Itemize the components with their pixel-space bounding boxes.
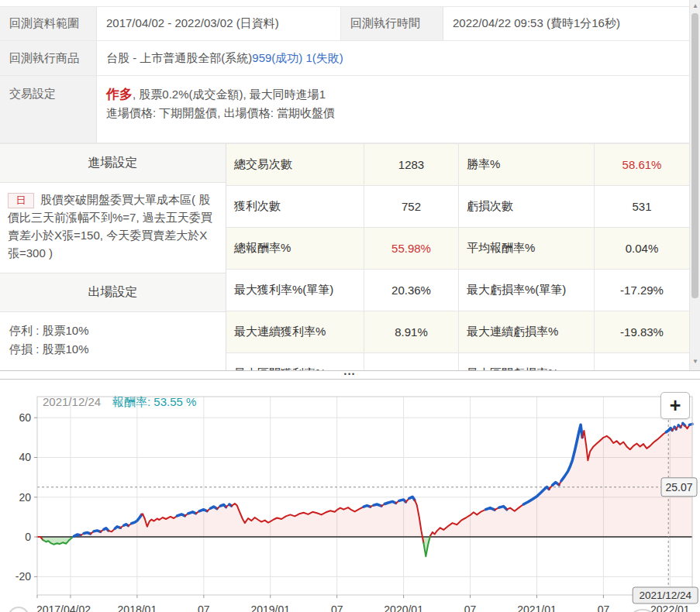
stats-label: 最大連續獲利率% [226, 311, 364, 353]
stats-label: 總交易次數 [226, 144, 364, 186]
take-profit-line: 停利 : 股票10% [9, 321, 216, 340]
equity-line-segment-b [374, 504, 381, 506]
equity-line-segment-b [178, 514, 185, 516]
stats-label: 最大獲利率%(單筆) [226, 270, 364, 311]
entry-strategy-description: 日股價突破開盤委買大單成本區( 股價比三天前漲幅不到%=7, 過去五天委買賣差小… [0, 183, 226, 273]
x-tick-label: 2017/04/02 [36, 603, 91, 612]
product-result-link[interactable]: 959(成功) 1(失敗) [252, 51, 343, 66]
x-tick-label: 2019/01 [250, 603, 290, 612]
daily-frequency-badge: 日 [8, 193, 34, 208]
stats-label: 獲利次數 [226, 186, 364, 228]
y-tick-label: 20 [19, 491, 31, 504]
trade-settings-line2: 進場價格: 下期開盤價, 出場價格: 當期收盤價 [106, 104, 680, 122]
performance-stats-table: 總交易次數1283勝率%58.61%獲利次數752虧損次數531總報酬率%55.… [226, 143, 689, 370]
stats-label: 虧損次數 [459, 186, 595, 228]
label-trade-settings: 交易設定 [0, 76, 97, 143]
equity-line-segment-b [188, 512, 196, 514]
info-row-range: 回測資料範圍 2017/04/02 - 2022/03/02 (日資料) 回測執… [0, 6, 689, 40]
y-tick-label: 40 [19, 451, 31, 463]
trade-settings-line1-rest: , 股票0.2%(成交金額), 最大同時進場1 [133, 88, 326, 101]
trade-settings-line1: 作多, 股票0.2%(成交金額), 最大同時進場1 [106, 85, 680, 104]
crosshair-x-tooltip-text: 2021/12/24 [639, 590, 691, 601]
results-section: 進場設定 日股價突破開盤委買大單成本區( 股價比三天前漲幅不到%=7, 過去五天… [0, 143, 689, 370]
crosshair-y-tooltip-text: 25.07 [665, 481, 692, 493]
stats-row: 總報酬率%55.98%平均報酬率%0.04% [226, 228, 689, 270]
x-tick-label: 07 [331, 603, 343, 612]
scrollbar-thumb[interactable] [691, 13, 698, 298]
equity-line-segment-b [94, 531, 101, 532]
equity-line-segment-b [364, 506, 371, 507]
equity-line-segment-b [689, 424, 692, 425]
direction-long: 作多 [106, 87, 133, 101]
y-tick-label: -20 [16, 570, 31, 583]
x-tick-label: 2020/01 [384, 603, 423, 612]
equity-curve-chart-pane[interactable]: 6040200-202017/04/022018/01072019/010720… [0, 380, 700, 612]
info-row-product: 回測執行商品 台股 - 上市普通股全部(系統) 959(成功) 1(失敗) [0, 40, 689, 75]
vertical-scrollbar[interactable]: ▲ ▼ [689, 0, 700, 370]
entry-strategy-text: 股價突破開盤委買大單成本區( 股價比三天前漲幅不到%=7, 過去五天委買賣差小於… [8, 193, 212, 260]
stats-value: 20.36% [364, 270, 459, 311]
stats-value: 8.91% [364, 311, 459, 353]
stats-row: 獲利次數752虧損次數531 [226, 186, 689, 228]
pane-splitter-handle[interactable]: ••• [0, 370, 700, 380]
stats-label: 最大連續虧損率% [459, 311, 595, 353]
stats-value: 531 [595, 186, 689, 228]
stats-label: 平均報酬率% [459, 228, 595, 270]
info-row-trade-settings: 交易設定 作多, 股票0.2%(成交金額), 最大同時進場1 進場價格: 下期開… [0, 75, 689, 143]
stats-value: 55.98% [364, 228, 459, 270]
backtest-app: 回測資料範圍 2017/04/02 - 2022/03/02 (日資料) 回測執… [0, 0, 700, 612]
annotation-date: 2021/12/24 [43, 395, 101, 408]
y-tick-label: 0 [25, 531, 31, 543]
backtest-info-table: 回測資料範圍 2017/04/02 - 2022/03/02 (日資料) 回測執… [0, 6, 689, 143]
equity-line-segment-b [84, 533, 91, 535]
label-exec-time: 回測執行時間 [341, 7, 443, 40]
stats-value: 1283 [364, 144, 459, 186]
x-tick-label: 2022/01 [650, 603, 690, 612]
value-product: 台股 - 上市普通股全部(系統) 959(成功) 1(失敗) [97, 41, 689, 75]
stats-row: 最大區間獲利率%最大區間虧損率% [226, 353, 689, 370]
x-tick-label: 07 [598, 603, 610, 612]
equity-line-segment-b [199, 510, 207, 511]
y-tick-label: 60 [19, 411, 31, 424]
scrollbar-down-arrow-icon[interactable]: ▼ [690, 356, 700, 367]
stats-value [364, 353, 459, 370]
stats-value: 752 [364, 186, 459, 228]
x-tick-label: 2018/01 [118, 603, 157, 612]
value-exec-time: 2022/04/22 09:53 (費時1分16秒) [443, 7, 689, 40]
area-fill-positive [73, 497, 422, 537]
scrollbar-up-arrow-icon[interactable]: ▲ [690, 0, 700, 12]
value-trade-settings: 作多, 股票0.2%(成交金額), 最大同時進場1 進場價格: 下期開盤價, 出… [97, 76, 689, 143]
x-tick-label: 2021/01 [517, 603, 557, 612]
stats-value [595, 353, 689, 370]
value-data-range: 2017/04/02 - 2022/03/02 (日資料) [97, 7, 341, 40]
stats-label: 最大區間獲利率% [226, 353, 364, 370]
stats-row: 最大連續獲利率%8.91%最大連續虧損率%-19.83% [226, 311, 689, 353]
stop-loss-line: 停損 : 股票10% [9, 340, 216, 359]
stats-value: 0.04% [595, 228, 689, 270]
stats-row: 最大獲利率%(單筆)20.36%最大虧損率%(單筆)-17.29% [226, 270, 689, 311]
strategy-settings-panel: 進場設定 日股價突破開盤委買大單成本區( 股價比三天前漲幅不到%=7, 過去五天… [0, 143, 226, 370]
stats-label: 最大區間虧損率% [459, 353, 595, 370]
label-product: 回測執行商品 [0, 41, 97, 75]
label-data-range: 回測資料範圍 [0, 7, 97, 40]
stats-label: 最大虧損率%(單筆) [459, 270, 595, 311]
x-tick-label: 07 [464, 603, 477, 612]
equity-line-segment-b [74, 535, 81, 536]
annotation-return-value: 報酬率: 53.55 % [112, 395, 196, 408]
backtest-summary-pane: 回測資料範圍 2017/04/02 - 2022/03/02 (日資料) 回測執… [0, 0, 700, 370]
entry-settings-header: 進場設定 [0, 144, 226, 183]
stats-row: 總交易次數1283勝率%58.61% [226, 144, 689, 186]
x-tick-label: 07 [198, 603, 210, 612]
chart-zoom-in-button[interactable]: + [660, 392, 690, 419]
stats-label: 勝率% [459, 144, 595, 186]
equity-curve-chart[interactable]: 6040200-202017/04/022018/01072019/010720… [0, 380, 700, 612]
product-name: 台股 - 上市普通股全部(系統) [106, 51, 252, 66]
stats-value: 58.61% [595, 144, 689, 186]
exit-settings-body: 停利 : 股票10% 停損 : 股票10% [0, 312, 226, 368]
stats-value: -19.83% [595, 311, 689, 353]
stats-value: -17.29% [595, 270, 689, 311]
exit-settings-header: 出場設定 [0, 273, 226, 312]
stats-label: 總報酬率% [226, 228, 364, 270]
